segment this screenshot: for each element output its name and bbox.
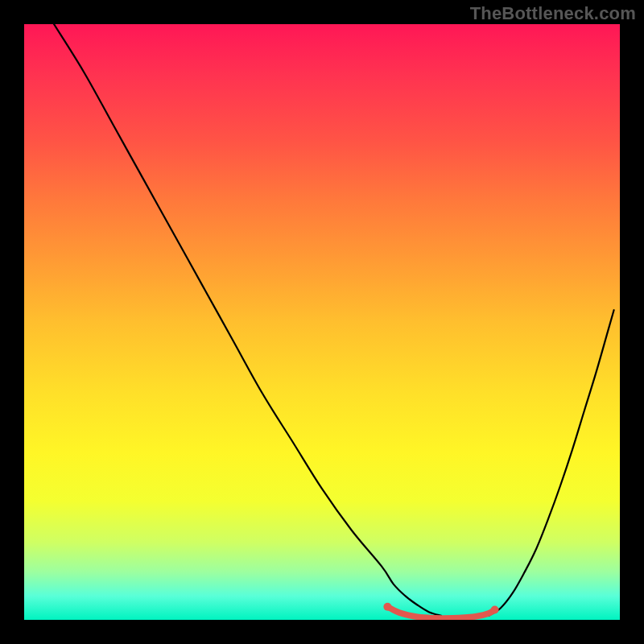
curve-right-branch [489,310,613,616]
chart-frame: TheBottleneck.com [0,0,644,644]
basin-endcap-left [383,603,391,611]
plot-area [24,24,620,620]
watermark-text: TheBottleneck.com [470,3,636,24]
basin-highlight [387,607,494,618]
chart-svg [24,24,620,620]
basin-endcap-right [491,605,499,613]
curve-left-branch [54,24,441,616]
